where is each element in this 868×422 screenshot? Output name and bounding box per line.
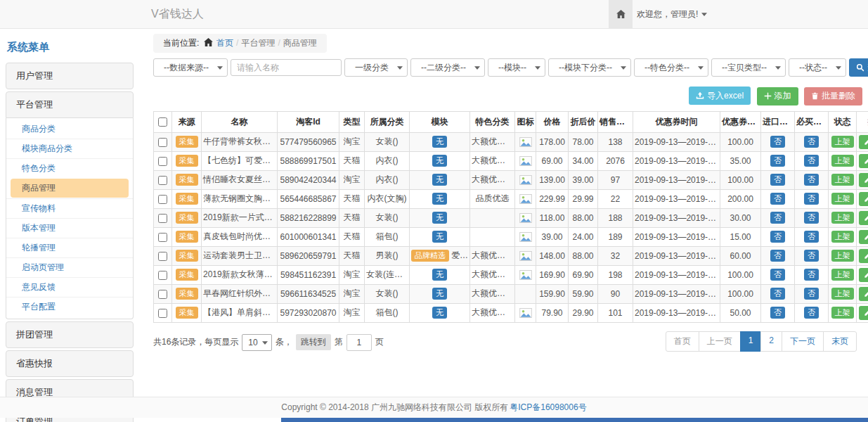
module-badge[interactable]: 无 — [432, 288, 447, 300]
filter-select-5[interactable]: --宝贝类型-- — [711, 58, 786, 77]
import-select-toggle[interactable]: 否 — [770, 231, 785, 243]
must-buy-toggle[interactable]: 否 — [804, 231, 819, 243]
status-badge[interactable]: 上架 — [831, 155, 854, 167]
must-buy-toggle[interactable]: 否 — [804, 193, 819, 205]
breadcrumb-item-0[interactable]: 首页 — [216, 38, 233, 48]
sidebar-subitem-0[interactable]: 商品分类 — [6, 120, 133, 139]
search-button[interactable]: 查询 — [849, 58, 868, 77]
sidebar-subitem-1[interactable]: 模块商品分类 — [6, 139, 133, 158]
row-checkbox[interactable] — [158, 157, 167, 166]
module-badge[interactable]: 无 — [432, 136, 447, 148]
sidebar-subitem-9[interactable]: 平台配置 — [6, 297, 133, 316]
module-badge[interactable]: 无 — [432, 269, 447, 281]
filter-select-4[interactable]: --特色分类-- — [634, 58, 708, 77]
filter-select-0[interactable]: 一级分类 — [344, 58, 408, 77]
edit-button[interactable] — [859, 287, 868, 301]
sidebar-subitem-5[interactable]: 版本管理 — [6, 218, 133, 238]
page-button-1[interactable]: 上一页 — [699, 331, 741, 352]
import-select-toggle[interactable]: 否 — [770, 307, 785, 319]
module-badge[interactable]: 品牌精选 — [411, 250, 449, 262]
status-badge[interactable]: 上架 — [831, 212, 854, 224]
module-badge[interactable]: 无 — [432, 193, 447, 205]
module-badge[interactable]: 无 — [432, 155, 447, 167]
status-badge[interactable]: 上架 — [831, 250, 854, 262]
user-menu[interactable]: 欢迎您，管理员! — [637, 0, 707, 28]
import-select-toggle[interactable]: 否 — [770, 212, 785, 224]
status-badge[interactable]: 上架 — [831, 307, 854, 319]
must-buy-toggle[interactable]: 否 — [804, 174, 819, 186]
edit-button[interactable] — [859, 135, 868, 149]
must-buy-toggle[interactable]: 否 — [804, 212, 819, 224]
page-button-2[interactable]: 1 — [740, 331, 762, 352]
filter-select-1[interactable]: --二级分类-- — [410, 58, 485, 77]
page-button-0[interactable]: 首页 — [666, 331, 699, 352]
must-buy-toggle[interactable]: 否 — [804, 136, 819, 148]
module-badge[interactable]: 无 — [432, 231, 447, 243]
status-badge[interactable]: 上架 — [831, 231, 854, 243]
module-badge[interactable]: 无 — [432, 174, 447, 186]
row-checkbox[interactable] — [158, 138, 167, 147]
home-button[interactable] — [609, 0, 633, 28]
import-select-toggle[interactable]: 否 — [770, 155, 785, 167]
must-buy-toggle[interactable]: 否 — [804, 307, 819, 319]
sidebar-item-2[interactable]: 拼团管理 — [6, 321, 134, 348]
filter-source-select[interactable]: --数据来源-- — [153, 58, 228, 77]
jump-page-input[interactable] — [346, 334, 372, 351]
sidebar-item-0[interactable]: 用户管理 — [6, 63, 134, 89]
edit-button[interactable] — [859, 230, 868, 244]
must-buy-toggle[interactable]: 否 — [804, 155, 819, 167]
status-badge[interactable]: 上架 — [831, 136, 854, 148]
status-badge[interactable]: 上架 — [831, 193, 854, 205]
edit-button[interactable] — [859, 211, 868, 225]
status-badge[interactable]: 上架 — [831, 269, 854, 281]
per-page-select[interactable]: 10 — [242, 334, 271, 351]
select-all-checkbox[interactable] — [158, 117, 167, 127]
must-buy-toggle[interactable]: 否 — [804, 250, 819, 262]
sidebar-subitem-8[interactable]: 意见反馈 — [6, 277, 133, 297]
must-buy-toggle[interactable]: 否 — [804, 288, 819, 300]
must-buy-toggle[interactable]: 否 — [804, 269, 819, 281]
filter-select-2[interactable]: --模块-- — [488, 58, 545, 77]
edit-button[interactable] — [859, 249, 868, 263]
module-badge[interactable]: 无 — [432, 307, 447, 319]
edit-button[interactable] — [859, 173, 868, 187]
row-checkbox[interactable] — [158, 195, 167, 204]
import-select-toggle[interactable]: 否 — [770, 193, 785, 205]
icp-link[interactable]: 粤ICP备16098006号 — [510, 402, 586, 414]
row-checkbox[interactable] — [158, 233, 167, 242]
sidebar-subitem-6[interactable]: 轮播管理 — [6, 238, 133, 257]
import-excel-button[interactable]: 导入excel — [689, 87, 751, 105]
page-button-4[interactable]: 下一页 — [782, 331, 824, 352]
import-select-toggle[interactable]: 否 — [770, 288, 785, 300]
sidebar-subitem-3[interactable]: 商品管理 — [11, 179, 129, 198]
status-badge[interactable]: 上架 — [831, 174, 854, 186]
jump-button[interactable]: 跳转到 — [296, 334, 331, 350]
edit-button[interactable] — [859, 268, 868, 282]
page-button-5[interactable]: 末页 — [823, 331, 857, 352]
edit-button[interactable] — [859, 192, 868, 206]
row-checkbox[interactable] — [158, 271, 167, 280]
edit-button[interactable] — [859, 154, 868, 168]
sidebar-subitem-4[interactable]: 宣传物料 — [6, 198, 133, 218]
batch-delete-button[interactable]: 批量删除 — [804, 87, 862, 106]
filter-select-3[interactable]: --模块下分类-- — [548, 58, 631, 77]
filter-select-6[interactable]: --状态-- — [789, 58, 846, 77]
row-checkbox[interactable] — [158, 252, 167, 261]
row-checkbox[interactable] — [158, 290, 167, 299]
add-button[interactable]: 添加 — [757, 87, 798, 106]
sidebar-item-3[interactable]: 省惠快报 — [6, 350, 134, 377]
sidebar-subitem-7[interactable]: 启动页管理 — [6, 257, 133, 277]
row-checkbox[interactable] — [158, 309, 167, 318]
status-badge[interactable]: 上架 — [831, 288, 854, 300]
import-select-toggle[interactable]: 否 — [770, 269, 785, 281]
import-select-toggle[interactable]: 否 — [770, 136, 785, 148]
sidebar-subitem-2[interactable]: 特色分类 — [6, 158, 133, 178]
page-button-3[interactable]: 2 — [760, 331, 782, 352]
row-checkbox[interactable] — [158, 176, 167, 185]
edit-button[interactable] — [859, 306, 868, 320]
name-search-input[interactable] — [231, 59, 342, 76]
module-badge[interactable]: 无 — [432, 212, 447, 224]
sidebar-item-1[interactable]: 平台管理 — [6, 91, 134, 118]
row-checkbox[interactable] — [158, 214, 167, 223]
import-select-toggle[interactable]: 否 — [770, 250, 785, 262]
